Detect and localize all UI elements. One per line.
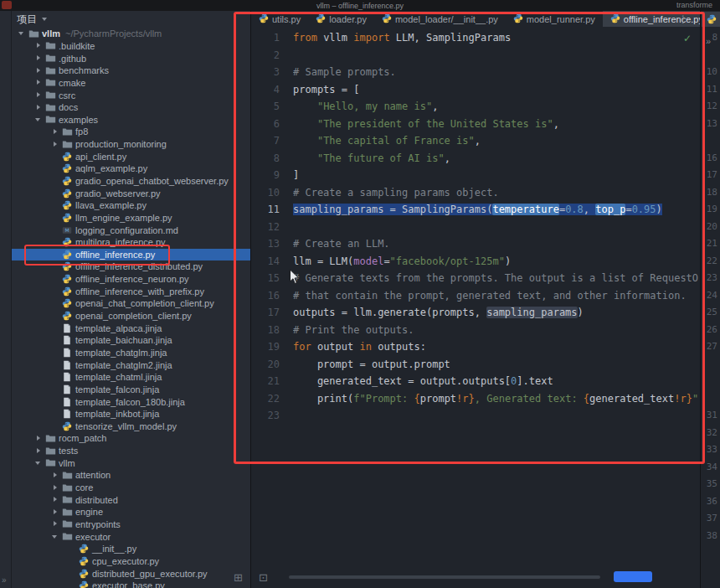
secondary-line-number[interactable]: 16 <box>701 150 717 168</box>
secondary-line-number[interactable]: 10 <box>701 64 717 81</box>
tree-item-engine[interactable]: engine <box>11 506 250 518</box>
horizontal-scrollbar[interactable] <box>289 575 600 579</box>
secondary-line-number[interactable]: 27 <box>701 338 717 356</box>
code-line-15[interactable]: # Generate texts from the prompts. The o… <box>293 270 700 287</box>
code-line-12[interactable] <box>293 219 700 236</box>
blue-pill-indicator[interactable] <box>614 571 652 582</box>
code-line-1[interactable]: from vllm import LLM, SamplingParams <box>293 29 700 47</box>
chevron-down-icon[interactable] <box>16 28 27 40</box>
tree-item-llava-example-py[interactable]: llava_example.py <box>11 199 250 212</box>
line-number-12[interactable]: 12 <box>251 219 288 236</box>
code-line-13[interactable]: # Create an LLM. <box>293 235 700 253</box>
tree-item-openai-completion-client-py[interactable]: openai_completion_client.py <box>11 310 250 322</box>
tree-item-distributed[interactable]: distributed <box>11 493 250 506</box>
secondary-line-number[interactable]: 17 <box>701 167 717 184</box>
chevron-right-icon[interactable] <box>49 518 60 531</box>
secondary-line-number[interactable]: 18 <box>701 184 717 202</box>
code-line-3[interactable]: # Sample prompts. <box>293 64 700 81</box>
code-line-16[interactable]: # that contain the prompt, generated tex… <box>293 287 700 305</box>
chevron-right-icon[interactable] <box>33 432 44 445</box>
code-line-23[interactable] <box>293 407 700 425</box>
line-number-9[interactable]: 9 <box>251 167 288 184</box>
code-line-22[interactable]: print(f"Prompt: {prompt!r}, Generated te… <box>293 390 700 408</box>
chevron-down-icon[interactable] <box>33 456 44 469</box>
editor-layout-icon-2[interactable]: ⊡ <box>259 571 268 584</box>
code-line-7[interactable]: "The capital of France is", <box>293 132 700 150</box>
tree-item-cpu-executor-py[interactable]: cpu_executor.py <box>11 555 250 568</box>
line-number-13[interactable]: 13 <box>251 235 288 253</box>
tree-item-gradio-webserver-py[interactable]: gradio_webserver.py <box>11 187 250 199</box>
secondary-line-number[interactable]: 8 <box>701 29 717 47</box>
secondary-line-number[interactable]: 36 <box>701 493 717 511</box>
tree-item-vllm[interactable]: vllm <box>11 456 250 469</box>
line-number-20[interactable]: 20 <box>251 356 288 374</box>
chevron-right-icon[interactable] <box>33 101 44 114</box>
tab-model-loader-init-py[interactable]: model_loader/__init__.py <box>374 11 506 27</box>
code-line-10[interactable]: # Create a sampling params object. <box>293 184 700 202</box>
tree-item-llm-engine-example-py[interactable]: llm_engine_example.py <box>11 212 250 224</box>
secondary-line-number[interactable] <box>701 132 717 150</box>
line-number-2[interactable]: 2 <box>251 47 288 64</box>
code-line-8[interactable]: "The future of AI is", <box>293 150 700 168</box>
tree-item-api-client-py[interactable]: api_client.py <box>11 150 250 162</box>
tree-item-vllm[interactable]: vllm~/PycharmProjects/vllm <box>11 28 250 40</box>
secondary-line-number[interactable]: 19 <box>701 201 717 219</box>
chevron-right-icon[interactable] <box>49 469 60 482</box>
tree-item-benchmarks[interactable]: benchmarks <box>11 64 250 77</box>
code-line-17[interactable]: outputs = llm.generate(prompts, sampling… <box>293 304 700 322</box>
inspection-ok-icon[interactable]: ✓ <box>683 33 692 44</box>
tree-item-rocm-patch[interactable]: rocm_patch <box>11 432 250 445</box>
line-number-15[interactable]: 15 <box>251 270 288 287</box>
secondary-line-number[interactable]: 24 <box>701 287 717 305</box>
code-line-19[interactable]: for output in outputs: <box>293 338 700 356</box>
tree-item-entrypoints[interactable]: entrypoints <box>11 518 250 531</box>
panel-divider[interactable] <box>250 11 251 588</box>
line-number-14[interactable]: 14 <box>251 253 288 271</box>
code-line-9[interactable]: ] <box>293 167 700 184</box>
tree-item-production-monitoring[interactable]: production_monitoring <box>11 138 250 151</box>
code-line-2[interactable] <box>293 47 700 64</box>
project-panel-header[interactable]: 项目 <box>11 11 250 28</box>
tree-item-docs[interactable]: docs <box>11 101 250 114</box>
tree-item-examples[interactable]: examples <box>11 113 250 126</box>
secondary-line-number[interactable] <box>701 390 717 408</box>
tree-item-template-baichuan-jinja[interactable]: template_baichuan.jinja <box>11 334 250 347</box>
tab-utils-py[interactable]: utils.py <box>251 11 308 27</box>
chevron-right-icon[interactable] <box>49 506 60 518</box>
code-line-20[interactable]: prompt = output.prompt <box>293 356 700 374</box>
tree-item-offline-inference-py[interactable]: offline_inference.py <box>11 249 250 261</box>
tree-item-template-falcon-180b-jinja[interactable]: template_falcon_180b.jinja <box>11 395 250 408</box>
line-number-7[interactable]: 7 <box>251 132 288 150</box>
tree-item-offline-inference-with-prefix-py[interactable]: offline_inference_with_prefix.py <box>11 285 250 297</box>
tree-item-offline-inference-neuron-py[interactable]: offline_inference_neuron.py <box>11 273 250 286</box>
code-line-14[interactable]: llm = LLM(model="facebook/opt-125m") <box>293 253 700 271</box>
tab-loader-py[interactable]: loader.py <box>308 11 374 27</box>
line-number-8[interactable]: 8 <box>251 150 288 168</box>
secondary-line-number[interactable]: 25 <box>701 304 717 322</box>
line-number-5[interactable]: 5 <box>251 98 288 116</box>
line-number-23[interactable]: 23 <box>251 407 288 425</box>
line-number-18[interactable]: 18 <box>251 322 288 339</box>
chevron-down-icon[interactable] <box>49 530 60 543</box>
tree-item-distributed-gpu-executor-py[interactable]: distributed_gpu_executor.py <box>11 567 250 580</box>
tool-window-chevron-icon[interactable]: » <box>2 575 7 585</box>
secondary-line-number[interactable]: 21 <box>701 235 717 253</box>
code-line-4[interactable]: prompts = [ <box>293 81 700 99</box>
tree-item-offline-inference-distributed-py[interactable]: offline_inference_distributed.py <box>11 260 250 273</box>
line-number-21[interactable]: 21 <box>251 373 288 390</box>
tree-item-template-alpaca-jinja[interactable]: template_alpaca.jinja <box>11 322 250 334</box>
tree-item-template-falcon-jinja[interactable]: template_falcon.jinja <box>11 384 250 396</box>
chevron-right-icon[interactable] <box>33 40 44 53</box>
secondary-line-number[interactable]: 22 <box>701 253 717 271</box>
line-number-3[interactable]: 3 <box>251 64 288 81</box>
line-number-1[interactable]: 1 <box>251 29 288 47</box>
tree-item-aqlm-example-py[interactable]: aqlm_example.py <box>11 162 250 175</box>
tree-item-init-py[interactable]: __init__.py <box>11 543 250 555</box>
tree-item-fp8[interactable]: fp8 <box>11 126 250 138</box>
code-line-6[interactable]: "The president of the United States is", <box>293 116 700 133</box>
line-number-4[interactable]: 4 <box>251 81 288 99</box>
secondary-line-number[interactable] <box>701 356 717 374</box>
line-number-6[interactable]: 6 <box>251 116 288 133</box>
secondary-line-number[interactable]: 31 <box>701 407 717 425</box>
line-number-10[interactable]: 10 <box>251 184 288 202</box>
